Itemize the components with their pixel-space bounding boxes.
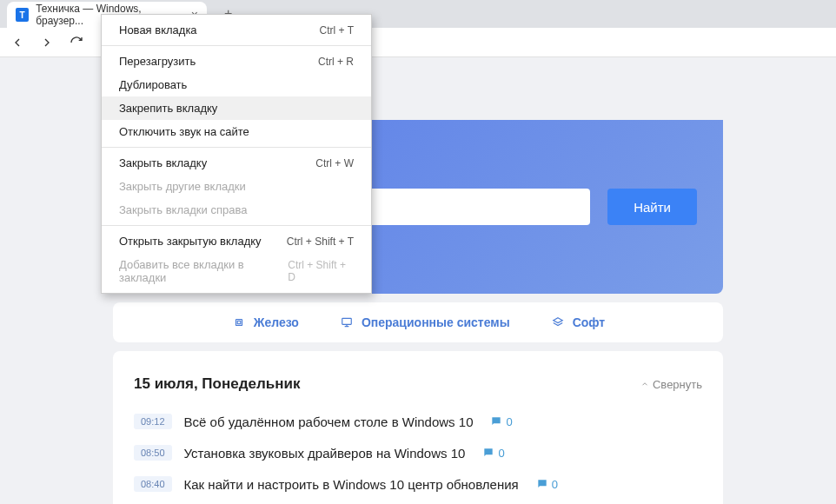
article-time: 08:40 <box>134 476 172 492</box>
feed-header: 15 июля, Понедельник Свернуть <box>134 375 702 393</box>
comment-count: 0 <box>506 415 512 428</box>
menu-item-label: Закрыть другие вкладки <box>119 180 246 193</box>
menu-separator <box>102 45 371 46</box>
nav-tab-label: Операционные системы <box>362 315 510 329</box>
menu-item: Закрыть вкладки справа <box>102 198 371 222</box>
article-comments[interactable]: 0 <box>482 447 504 460</box>
article-row: 08:50Установка звуковых драйверов на Win… <box>134 445 702 461</box>
comment-count: 0 <box>552 478 558 491</box>
article-time: 09:12 <box>134 414 172 429</box>
arrow-left-icon <box>10 36 24 50</box>
menu-item-label: Дублировать <box>119 78 187 91</box>
tab-context-menu: Новая вкладкаCtrl + TПерезагрузитьCtrl +… <box>101 14 372 294</box>
comment-icon <box>482 447 494 459</box>
menu-item-shortcut: Ctrl + Shift + D <box>288 259 354 283</box>
article-title[interactable]: Всё об удалённом рабочем столе в Windows… <box>184 414 474 429</box>
article-row: 09:12Всё об удалённом рабочем столе в Wi… <box>134 414 702 429</box>
svg-rect-1 <box>237 321 241 324</box>
forward-button[interactable] <box>40 36 54 50</box>
menu-item-label: Открыть закрытую вкладку <box>119 235 262 248</box>
menu-item-shortcut: Ctrl + W <box>315 157 354 169</box>
feed-date: 15 июля, Понедельник <box>134 375 300 393</box>
nav-tab-label: Софт <box>573 315 606 329</box>
menu-item: Добавить все вкладки в закладкиCtrl + Sh… <box>102 253 371 289</box>
comment-icon <box>536 478 548 490</box>
nav-tab-os[interactable]: Операционные системы <box>339 315 510 329</box>
menu-item[interactable]: Открыть закрытую вкладкуCtrl + Shift + T <box>102 229 371 253</box>
nav-tab-hardware[interactable]: Железо <box>231 315 299 329</box>
article-title[interactable]: Установка звуковых драйверов на Windows … <box>184 446 466 461</box>
menu-item: Закрыть другие вкладки <box>102 175 371 198</box>
monitor-icon <box>339 316 355 328</box>
article-time: 08:50 <box>134 445 172 461</box>
article-title[interactable]: Как найти и настроить в Windows 10 центр… <box>184 477 519 492</box>
comment-count: 0 <box>498 447 504 460</box>
search-button[interactable]: Найти <box>607 189 697 225</box>
nav-tab-label: Железо <box>254 315 299 329</box>
tab-favicon: Т <box>16 8 29 22</box>
back-button[interactable] <box>10 36 24 50</box>
menu-item-shortcut: Ctrl + Shift + T <box>287 235 354 248</box>
menu-item[interactable]: Закрыть вкладкуCtrl + W <box>102 151 371 175</box>
nav-tab-software[interactable]: Софт <box>550 315 606 329</box>
reload-button[interactable] <box>70 36 83 50</box>
menu-item-shortcut: Ctrl + R <box>318 56 354 68</box>
menu-item-label: Закрыть вкладку <box>119 156 207 169</box>
arrow-right-icon <box>40 36 54 50</box>
reload-icon <box>70 36 83 50</box>
svg-rect-2 <box>342 318 352 324</box>
feed-card: 15 июля, Понедельник Свернуть 09:12Всё о… <box>113 351 723 504</box>
menu-item-label: Отключить звук на сайте <box>119 125 249 138</box>
menu-item[interactable]: Закрепить вкладку <box>102 96 371 120</box>
chevron-up-icon <box>640 380 649 388</box>
collapse-button[interactable]: Свернуть <box>640 378 702 391</box>
menu-item-label: Новая вкладка <box>119 23 197 36</box>
menu-item[interactable]: Дублировать <box>102 73 371 96</box>
article-comments[interactable]: 0 <box>490 415 512 428</box>
svg-rect-0 <box>236 320 242 326</box>
category-nav: Железо Операционные системы Софт <box>113 302 723 342</box>
layers-icon <box>550 316 566 328</box>
menu-separator <box>102 225 371 226</box>
comment-icon <box>490 415 502 428</box>
menu-item-label: Закрепить вкладку <box>119 102 217 115</box>
menu-item[interactable]: ПерезагрузитьCtrl + R <box>102 50 371 73</box>
menu-item-label: Добавить все вкладки в закладки <box>119 258 288 284</box>
article-comments[interactable]: 0 <box>536 478 558 491</box>
menu-item-label: Закрыть вкладки справа <box>119 203 247 216</box>
chip-icon <box>231 316 247 328</box>
menu-separator <box>102 147 371 148</box>
menu-item[interactable]: Отключить звук на сайте <box>102 120 371 143</box>
menu-item-shortcut: Ctrl + T <box>320 24 354 36</box>
menu-item-label: Перезагрузить <box>119 55 196 68</box>
menu-item[interactable]: Новая вкладкаCtrl + T <box>102 18 371 42</box>
article-row: 08:40Как найти и настроить в Windows 10 … <box>134 476 702 492</box>
collapse-label: Свернуть <box>653 378 702 391</box>
